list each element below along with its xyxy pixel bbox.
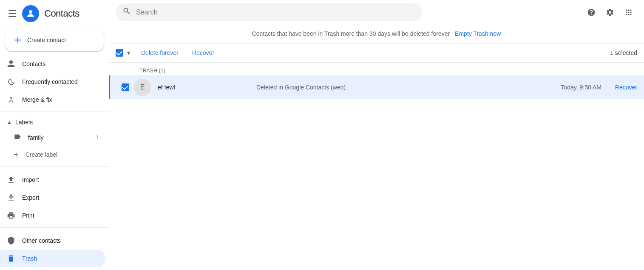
sidebar-item-other-contacts[interactable]: Other contacts [0,232,105,249]
settings-button[interactable] [601,4,618,21]
banner-text: Contacts that have been in Trash more th… [252,30,450,37]
sidebar-item-merge-fix-label: Merge & fix [22,96,52,103]
divider-bottom [0,227,109,228]
table-row: E ef fewf Deleted in Google Contacts (we… [109,75,644,99]
sidebar-item-frequently-contacted[interactable]: Frequently contacted [0,73,105,90]
sidebar-item-contacts-label: Contacts [22,60,45,67]
contact-checkbox[interactable] [122,83,129,91]
search-input[interactable] [136,9,415,16]
topbar [109,0,644,24]
app-logo [22,5,39,22]
content-toolbar: ▾ Delete forever Recover 1 selected [109,43,644,63]
svg-point-0 [29,10,32,14]
create-label-button[interactable]: + Create label [0,146,105,163]
avatar: E [134,79,151,96]
recover-button[interactable]: Recover [187,47,219,59]
content-area: ▾ Delete forever Recover 1 selected TRAS… [109,43,644,270]
chevron-up-icon: ▲ [7,119,12,125]
sidebar-item-family[interactable]: family 1 [0,129,105,146]
sidebar: Contacts Create contact Contacts Frequen… [0,0,109,270]
contact-source: Deleted in Google Contacts (web) [256,84,454,91]
select-dropdown-arrow[interactable]: ▾ [124,49,133,57]
other-contacts-icon [7,236,15,245]
empty-trash-link[interactable]: Empty Trash now [455,30,501,37]
app-title: Contacts [44,8,79,19]
contact-time: Today, 9:50 AM [454,84,615,91]
sidebar-item-frequently-contacted-label: Frequently contacted [22,78,78,85]
labels-section-header[interactable]: ▲ Labels [0,115,109,129]
tag-icon [14,133,21,143]
contact-name: ef fewf [158,84,256,91]
trash-section-label: TRASH (1) [109,63,644,75]
sidebar-item-export[interactable]: Export [0,189,105,206]
divider-utilities [0,167,109,167]
sidebar-item-print[interactable]: Print [0,207,105,224]
sidebar-item-contacts[interactable]: Contacts [0,55,105,72]
contact-checkbox-area[interactable] [117,83,134,91]
sidebar-item-trash[interactable]: Trash [0,250,105,267]
sidebar-item-other-contacts-label: Other contacts [22,237,61,244]
create-label-text: Create label [26,151,58,158]
selected-count: 1 selected [610,49,637,56]
select-all-checkbox-wrapper[interactable]: ▾ [116,49,133,57]
search-icon [122,7,131,17]
sidebar-item-import-label: Import [22,176,39,183]
sidebar-item-export-label: Export [22,194,39,201]
sidebar-header: Contacts [0,3,109,26]
download-icon [7,193,15,202]
sidebar-item-trash-label: Trash [22,255,37,262]
trash-banner: Contacts that have been in Trash more th… [109,24,644,43]
history-icon [7,78,15,86]
help-button[interactable] [583,4,600,21]
plus-small-icon: + [14,150,19,160]
main-content: Contacts that have been in Trash more th… [109,0,644,270]
plus-icon [14,36,22,44]
print-icon [7,211,15,220]
sidebar-item-import[interactable]: Import [0,171,105,188]
delete-forever-button[interactable]: Delete forever [136,47,184,59]
contact-recover-button[interactable]: Recover [615,84,637,91]
merge-icon [7,95,15,104]
select-all-checkbox[interactable] [116,49,123,57]
apps-button[interactable] [620,4,637,21]
sidebar-item-print-label: Print [22,212,34,219]
sidebar-item-merge-fix[interactable]: Merge & fix [0,91,105,108]
upload-icon [7,175,15,184]
labels-section-label: Labels [15,119,33,126]
topbar-actions [583,4,637,21]
divider-labels [0,112,109,112]
family-label-count: 1 [96,135,99,141]
create-contact-button[interactable]: Create contact [5,29,104,51]
trash-icon [7,254,15,263]
search-bar[interactable] [116,3,422,21]
family-label-text: family [28,134,44,141]
person-icon [7,60,15,68]
menu-icon[interactable] [7,9,17,19]
create-contact-label: Create contact [27,37,66,43]
